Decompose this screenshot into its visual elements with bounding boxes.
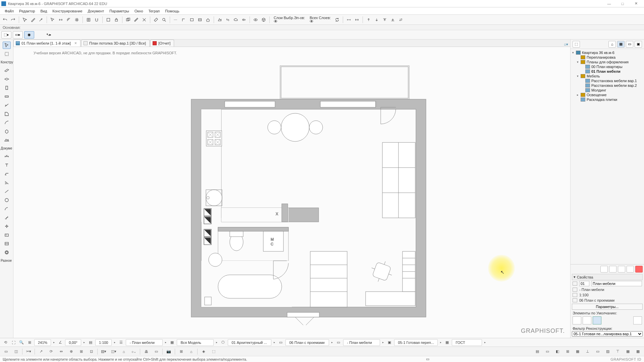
tree-node[interactable]: Молдинг — [571, 88, 643, 93]
model-field[interactable]: Вся Модель — [177, 339, 214, 346]
tree-node[interactable]: ▾Мебель — [571, 74, 643, 78]
nav-home-icon[interactable]: ⌂ — [608, 41, 616, 48]
tree-node[interactable]: Перепланировка — [571, 55, 643, 60]
prop-close-icon[interactable] — [635, 266, 643, 273]
ruler-icon[interactable] — [152, 16, 160, 23]
rect-icon[interactable] — [188, 16, 196, 23]
plan2-icon[interactable]: ▭ — [335, 339, 342, 346]
cb10-icon[interactable]: ▨▾ — [100, 348, 108, 355]
layer-icon[interactable]: ☰ — [118, 339, 124, 346]
cb15-icon[interactable]: ▭ — [152, 348, 160, 355]
sect-tool[interactable] — [3, 240, 11, 247]
mesh-tool[interactable] — [3, 136, 11, 144]
poly-tool[interactable] — [3, 214, 11, 221]
menu-document[interactable]: Документ — [85, 9, 107, 13]
cb4-icon[interactable]: ↗ — [37, 348, 45, 355]
magnet-icon[interactable] — [93, 16, 100, 23]
arrow-tool[interactable] — [3, 42, 11, 49]
props-header[interactable]: ▾ Свойства — [572, 274, 643, 280]
grid-icon[interactable] — [73, 16, 80, 23]
minimize-button[interactable]: — — [602, 0, 616, 7]
rcb2-icon[interactable]: ▭ — [543, 348, 551, 355]
prop-btn1-icon[interactable] — [600, 266, 608, 273]
curve-tool[interactable] — [3, 119, 11, 126]
rcb5-icon[interactable]: ▦ — [574, 348, 582, 355]
cb16-icon[interactable]: 📷 — [165, 348, 173, 355]
menu-window[interactable]: Окно — [132, 9, 146, 13]
tree-node[interactable]: Раскладка плитки — [571, 97, 643, 102]
std-field[interactable]: ГОСТ — [452, 339, 482, 346]
maximize-button[interactable]: □ — [616, 0, 629, 7]
cb19-icon[interactable]: ◈ — [200, 348, 208, 355]
tree-node[interactable]: ▸Освещение — [571, 93, 643, 97]
dim-tool[interactable] — [3, 153, 11, 160]
rcb6-icon[interactable]: ⊥ — [584, 348, 592, 355]
plan2-field[interactable]: - План мебели — [343, 339, 380, 346]
measure-icon[interactable] — [132, 16, 140, 23]
rect2-icon[interactable] — [196, 16, 204, 23]
ready-icon[interactable]: ▣ — [386, 339, 393, 346]
morph-icon[interactable] — [216, 16, 223, 23]
fit-icon[interactable]: ⛶ — [10, 339, 17, 346]
cut-icon[interactable] — [141, 16, 148, 23]
menu-design[interactable]: Конструирование — [50, 9, 85, 13]
arch-icon[interactable]: ⎔ — [220, 339, 226, 346]
cb1-icon[interactable]: ▭ — [2, 348, 10, 355]
3d-icon[interactable] — [260, 16, 267, 23]
params-button[interactable]: Параметры... — [572, 304, 643, 310]
up-icon[interactable] — [365, 16, 372, 23]
drawing-canvas[interactable]: Учебная версия ARCHICAD, не для продажи.… — [13, 47, 570, 338]
cb12-icon[interactable]: ⌂ — [120, 348, 128, 355]
snap-point-icon[interactable] — [57, 16, 64, 23]
rcb11-icon[interactable]: ▩ — [634, 348, 642, 355]
prop-btn3-icon[interactable] — [618, 266, 625, 273]
cloud-icon[interactable] — [232, 16, 239, 23]
std-icon[interactable]: ▦ — [444, 339, 450, 346]
fill-tool[interactable] — [3, 179, 11, 186]
slab-tool[interactable] — [3, 75, 11, 83]
nav-btn1-icon[interactable]: ⬚ — [573, 41, 580, 48]
rcb3-icon[interactable]: ◧ — [553, 348, 561, 355]
vb2-icon[interactable]: ▭▸ — [13, 31, 23, 39]
tree-node[interactable]: 00 План квартиры — [571, 64, 643, 69]
cb9-icon[interactable]: ⊡ — [87, 348, 95, 355]
eye-icon[interactable] — [252, 16, 259, 23]
tree-node[interactable]: ▾Квартира 36 кв.м-6 — [571, 50, 643, 55]
cb13-icon[interactable]: ⟐▾ — [130, 348, 138, 355]
scale-icon2[interactable]: ▤ — [87, 339, 94, 346]
def-b1-icon[interactable] — [573, 316, 581, 324]
cb8-icon[interactable]: ⊞ — [77, 348, 85, 355]
label-tool[interactable] — [3, 170, 11, 178]
rcb7-icon[interactable]: ▭ — [594, 348, 602, 355]
window-tool[interactable] — [3, 102, 11, 109]
def-b3-icon[interactable] — [593, 316, 601, 324]
tab-plan[interactable]: 01 План мебели [1. 1-й этаж] × — [13, 40, 80, 47]
wall-tool[interactable] — [3, 67, 11, 74]
roof-icon[interactable] — [204, 16, 212, 23]
top-icon[interactable] — [381, 16, 388, 23]
undo-icon[interactable] — [1, 16, 9, 23]
corner-icon[interactable] — [180, 16, 187, 23]
tree-node[interactable]: Расстановка мебели вар.1 — [571, 78, 643, 83]
redo-icon[interactable] — [9, 16, 17, 23]
plan-icon2[interactable]: ▭ — [277, 339, 284, 346]
prop-btn2-icon[interactable] — [609, 266, 616, 273]
def-apply-icon[interactable] — [633, 316, 642, 324]
trace-icon[interactable] — [124, 16, 132, 23]
eyedrop-icon[interactable] — [29, 16, 37, 23]
arc-tool[interactable] — [3, 205, 11, 213]
zoom100-icon[interactable]: ⊞ — [26, 339, 33, 346]
menu-view[interactable]: Вид — [38, 9, 50, 13]
cb2-icon[interactable]: ◫ — [12, 348, 20, 355]
tree-node[interactable]: Расстановка мебели вар.2 — [571, 83, 643, 88]
filter-select[interactable]: 05-1 Готовая пе...ланировка вар.1 — [572, 331, 643, 337]
cam-tool[interactable] — [3, 249, 11, 256]
cb18-icon[interactable]: ⌂ — [187, 348, 195, 355]
cb5-icon[interactable]: ⟳ — [47, 348, 55, 355]
grid-snap-icon[interactable] — [85, 16, 92, 23]
vb1-icon[interactable]: ⬚▸ — [1, 31, 11, 39]
bottom-icon[interactable] — [389, 16, 396, 23]
node-tool[interactable] — [3, 223, 11, 230]
vb-cursor-icon[interactable]: ↖▸ — [44, 31, 54, 39]
zoomtool-icon[interactable]: 🔍 — [18, 339, 25, 346]
